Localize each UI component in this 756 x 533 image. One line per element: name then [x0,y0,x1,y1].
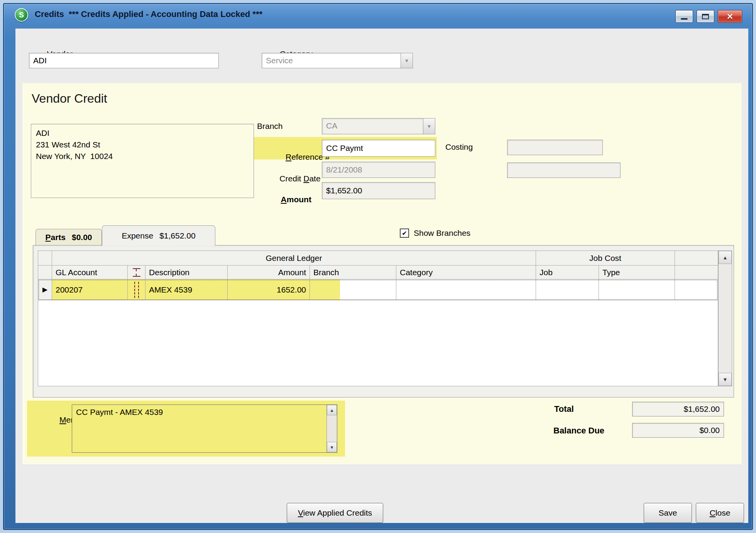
branch-value: CA [322,118,423,134]
client-area: Vendor Category Service ▼ Vendor Credit … [15,29,748,523]
memo-scroll-up-button[interactable]: ▲ [327,405,337,415]
column-header-amount: Amount [228,266,310,279]
reference-input[interactable] [322,140,435,157]
category-dropdown-button[interactable]: ▼ [401,53,413,68]
credit-date-input[interactable] [322,162,435,178]
row-marker-icon [134,282,139,298]
save-label: Save [659,508,677,518]
view-applied-credits-label: View Applied Credits [298,508,372,518]
column-header-filler [675,266,718,279]
column-header-job: Job [536,266,599,279]
titlebar[interactable]: S Credits *** Credits Applied - Accounti… [4,4,752,25]
column-header-marker [128,266,145,279]
grid-data-row: ▶ 200207 AMEX 4539 1652.00 [38,279,718,300]
row-selector-cell[interactable]: ▶ [38,279,52,300]
scroll-down-icon: ▼ [330,445,334,450]
tab-expense-label: Expense [122,231,153,240]
tab-parts-amount: $0.00 [72,233,92,242]
grid-column-header-row: GL Account Description Amount Branch Cat… [38,266,718,279]
group-header-job-cost: Job Cost [536,251,675,266]
reference-highlight: Reference # [254,137,437,159]
cell-job[interactable] [536,279,599,300]
minimize-button[interactable] [675,10,693,23]
total-label: Total [554,404,574,414]
chevron-down-icon: ▼ [427,124,432,129]
save-button[interactable]: Save [644,503,692,523]
chevron-down-icon: ▼ [404,58,409,64]
branch-label: Branch [257,122,283,131]
scroll-up-button[interactable]: ▲ [719,251,732,264]
cell-category[interactable] [396,279,536,300]
window-controls: ✕ [675,10,742,23]
total-field: $1,652.00 [632,402,724,416]
maximize-icon [702,14,709,19]
memo-scrollbar[interactable]: ▲ ▼ [326,405,337,452]
amount-label: Amount [259,186,311,213]
show-branches-checkbox[interactable]: ✔ [400,228,409,238]
tab-parts-label: Parts [45,233,66,242]
cell-filler [675,279,718,300]
column-header-type: Type [599,266,675,279]
view-applied-credits-button[interactable]: View Applied Credits [287,503,383,523]
memo-textarea[interactable]: CC Paymt - AMEX 4539 [72,404,337,453]
minimize-icon [681,18,688,20]
expense-grid-panel: General Ledger Job Cost GL Account Descr… [33,245,734,398]
cell-type[interactable] [599,279,675,300]
branch-dropdown[interactable]: CA ▼ [322,118,435,134]
column-header-branch: Branch [310,266,396,279]
column-header-selector [38,266,52,279]
grid-empty-area[interactable] [38,300,718,386]
cell-amount[interactable]: 1652.00 [228,279,310,300]
tab-expense-amount: $1,652.00 [159,231,195,240]
cell-marker[interactable] [128,279,145,300]
cell-gl-account[interactable]: 200207 [52,279,128,300]
costing-label: Costing [445,142,473,152]
group-header-filler [675,251,718,266]
memo-scroll-down-button[interactable]: ▼ [327,442,337,452]
scroll-down-button[interactable]: ▼ [719,373,732,386]
close-label: Close [710,508,731,518]
maximize-button[interactable] [697,10,714,23]
cell-description[interactable]: AMEX 4539 [145,279,228,300]
grid-vertical-scrollbar[interactable]: ▲ ▼ [718,250,732,386]
tab-expense[interactable]: Expense $1,652.00 [102,225,215,246]
column-header-gl-account: GL Account [52,266,128,279]
row-sizing-icon [133,268,140,277]
show-branches-checkbox-group: ✔ Show Branches [400,228,470,238]
scroll-up-icon: ▲ [723,255,728,261]
scroll-down-icon: ▼ [723,377,728,382]
column-header-description: Description [145,266,228,279]
app-logo-icon: S [15,8,28,22]
vendor-input[interactable] [29,53,219,68]
cell-branch[interactable] [310,279,396,300]
address-line: New York, NY 10024 [36,151,249,162]
vendor-address-box: ADI 231 West 42nd St New York, NY 10024 [31,124,254,198]
expense-grid: General Ledger Job Cost GL Account Descr… [38,250,718,386]
address-line: ADI [36,127,249,139]
branch-dropdown-button[interactable]: ▼ [423,118,435,134]
close-button[interactable]: Close [696,503,744,523]
section-title: Vendor Credit [32,91,107,106]
app-logo-letter: S [19,11,24,19]
amount-input[interactable] [322,182,435,199]
grid-corner-cell [38,251,52,266]
window-frame: S Credits *** Credits Applied - Accounti… [3,3,753,530]
grid-group-header-row: General Ledger Job Cost [38,251,718,266]
memo-highlight: Memo CC Paymt - AMEX 4539 ▲ ▼ [27,401,345,457]
category-dropdown[interactable]: Service ▼ [262,53,413,68]
close-window-button[interactable]: ✕ [718,10,742,23]
close-icon: ✕ [727,12,734,21]
balance-due-label: Balance Due [553,426,604,436]
address-line: 231 West 42nd St [36,139,249,151]
row-selector-icon: ▶ [42,286,47,294]
screen: S Credits *** Credits Applied - Accounti… [0,0,756,533]
column-header-category: Category [396,266,536,279]
window-title: Credits *** Credits Applied - Accounting… [35,9,262,19]
checkmark-icon: ✔ [402,230,407,237]
tab-parts[interactable]: Parts $0.00 [36,229,102,245]
costing-input-2[interactable] [507,162,621,178]
category-value: Service [262,53,401,68]
costing-input-1[interactable] [507,140,603,155]
scroll-up-icon: ▲ [330,408,334,413]
balance-due-field: $0.00 [632,423,724,438]
